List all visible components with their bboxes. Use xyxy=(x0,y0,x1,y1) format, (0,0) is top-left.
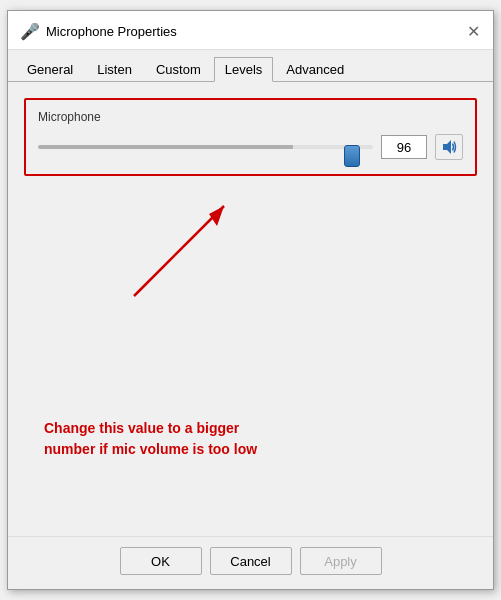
footer: OK Cancel Apply xyxy=(8,536,493,589)
window-title: Microphone Properties xyxy=(46,24,177,39)
svg-marker-2 xyxy=(209,206,224,226)
window-icon: 🎤 xyxy=(20,22,40,41)
tab-general[interactable]: General xyxy=(16,57,84,82)
tab-custom[interactable]: Custom xyxy=(145,57,212,82)
title-bar: 🎤 Microphone Properties ✕ xyxy=(8,11,493,50)
apply-button[interactable]: Apply xyxy=(300,547,382,575)
svg-marker-0 xyxy=(443,140,451,154)
close-button[interactable]: ✕ xyxy=(461,19,485,43)
microphone-slider[interactable] xyxy=(38,145,373,149)
levels-box: Microphone xyxy=(24,98,477,176)
slider-container[interactable] xyxy=(38,136,373,158)
annotation-area: Change this value to a biggernumber if m… xyxy=(24,186,477,520)
svg-line-1 xyxy=(134,206,224,296)
annotation-text: Change this value to a biggernumber if m… xyxy=(44,418,257,460)
content-area: Microphone xyxy=(8,82,493,536)
window: 🎤 Microphone Properties ✕ General Listen… xyxy=(7,10,494,590)
title-bar-left: 🎤 Microphone Properties xyxy=(20,22,177,41)
tab-advanced[interactable]: Advanced xyxy=(275,57,355,82)
annotation-arrow xyxy=(104,186,264,306)
microphone-value-input[interactable] xyxy=(381,135,427,159)
speaker-icon xyxy=(440,138,458,156)
tab-listen[interactable]: Listen xyxy=(86,57,143,82)
speaker-button[interactable] xyxy=(435,134,463,160)
tab-levels[interactable]: Levels xyxy=(214,57,274,82)
cancel-button[interactable]: Cancel xyxy=(210,547,292,575)
microphone-label: Microphone xyxy=(38,110,463,124)
tab-bar: General Listen Custom Levels Advanced xyxy=(8,50,493,82)
ok-button[interactable]: OK xyxy=(120,547,202,575)
slider-row xyxy=(38,134,463,160)
